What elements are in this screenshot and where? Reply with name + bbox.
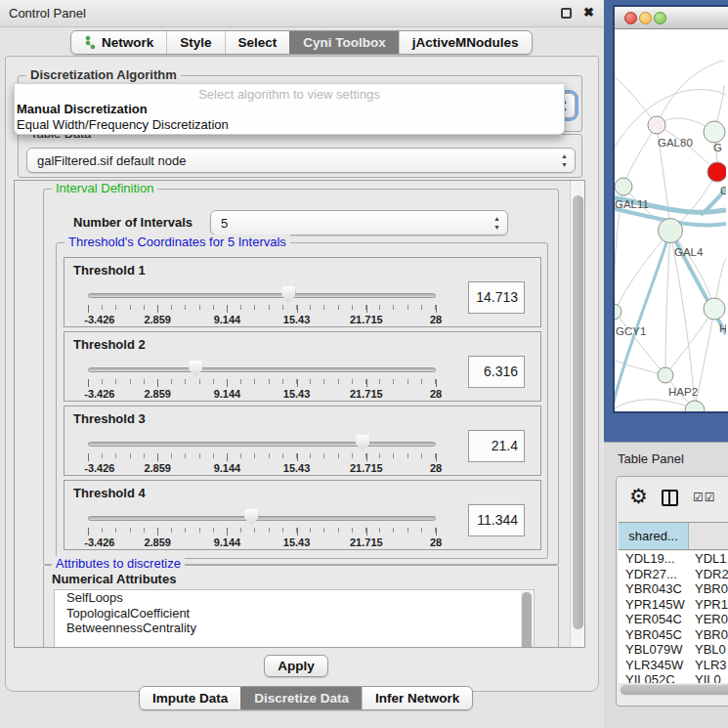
node-label: GAL4	[674, 246, 704, 258]
table-panel-title: Table Panel	[618, 451, 684, 466]
node-label: GAL11	[615, 198, 649, 210]
zoom-traffic-light[interactable]	[654, 12, 666, 24]
table-data-combobox[interactable]: galFiltered.sif default node ▲▼	[26, 148, 576, 173]
group-title: Threshold's Coordinates for 5 Intervals	[64, 235, 290, 249]
slider-thumb[interactable]	[189, 361, 202, 377]
threshold-value-field[interactable]: 14.713	[468, 281, 525, 314]
table-row[interactable]: YLR345WYLR3	[619, 658, 728, 673]
combo-arrows-icon: ▲▼	[493, 214, 500, 232]
threshold-3-slider[interactable]: -3.4262.8599.14415.4321.71528	[88, 432, 436, 475]
list-item[interactable]: SelfLoops	[55, 590, 534, 606]
columns-icon[interactable]	[662, 490, 678, 506]
tab-label: Impute Data	[152, 691, 228, 706]
top-tab-bar: Network Style Select Cyni Toolbox jActiv…	[70, 30, 533, 55]
gear-icon[interactable]: ⚙	[629, 485, 648, 508]
slider-tick-labels: -3.4262.8599.14415.4321.71528	[88, 388, 436, 400]
slider-track	[88, 442, 436, 447]
threshold-value-field[interactable]: 21.4	[468, 430, 525, 462]
threshold-4-slider[interactable]: -3.4262.8599.14415.4321.71528	[88, 506, 436, 549]
node-gal80[interactable]	[648, 116, 665, 134]
threshold-value-field[interactable]: 6.316	[468, 356, 525, 388]
slider-tick-labels: -3.4262.8599.14415.4321.71528	[88, 462, 436, 474]
close-traffic-light[interactable]	[624, 12, 637, 24]
threshold-1-slider[interactable]: -3.4262.8599.14415.4321.71528	[88, 283, 436, 326]
slider-track	[88, 516, 436, 521]
list-item[interactable]: BetweennessCentrality	[55, 621, 534, 636]
threshold-value-field[interactable]: 11.344	[468, 504, 525, 536]
threshold-4-panel: Threshold 4 -3.4262.8599.14415.4321.7152…	[64, 480, 541, 550]
tab-style[interactable]: Style	[166, 31, 224, 54]
apply-button[interactable]: Apply	[264, 655, 328, 677]
node-label: GCY1	[616, 325, 646, 337]
slider-ticks	[88, 379, 436, 387]
group-title: Attributes to discretize	[52, 556, 185, 571]
popup-item-equal-width-frequency[interactable]: Equal Width/Frequency Discretization	[15, 117, 564, 133]
table-row[interactable]: YPR145WYPR1	[619, 597, 728, 613]
float-window-icon[interactable]	[561, 8, 572, 19]
thresholds-group: Threshold's Coordinates for 5 Intervals …	[56, 242, 548, 559]
tab-cyni-toolbox[interactable]: Cyni Toolbox	[289, 31, 399, 54]
node-gcy1[interactable]	[615, 304, 621, 320]
table-row[interactable]: YBL079WYBL0	[619, 642, 728, 658]
slider-ticks	[88, 453, 436, 461]
table-row[interactable]: YER054CYER0	[619, 612, 728, 627]
table-row[interactable]: YIL052CYIL0	[619, 672, 728, 683]
horizontal-scrollbar[interactable]	[620, 684, 728, 696]
node-label: C	[720, 185, 726, 196]
tab-discretize-data[interactable]: Discretize Data	[240, 687, 362, 709]
tab-select[interactable]: Select	[225, 31, 290, 54]
select-columns-icon[interactable]: ☑☑	[693, 491, 716, 504]
node-gal4[interactable]	[659, 219, 683, 243]
group-title: Interval Definition	[52, 181, 157, 195]
network-icon	[84, 35, 97, 50]
table-row[interactable]: YBR045CYBR0	[619, 627, 728, 643]
tab-jactivemnodules[interactable]: jActiveMNodules	[399, 31, 532, 54]
minimize-traffic-light[interactable]	[639, 12, 652, 24]
slider-thumb[interactable]	[281, 286, 295, 303]
slider-track	[88, 367, 436, 372]
tab-network[interactable]: Network	[71, 31, 166, 54]
threshold-3-panel: Threshold 3 -3.4262.8599.14415.4321.7152…	[64, 406, 541, 476]
network-canvas[interactable]: GAL80 G C GAL11 GAL4 GCY1 H HAP2	[615, 29, 726, 411]
table-body: YDL19...YDL1 YDR27...YDR2 YBR043CYBR0 YP…	[619, 551, 728, 683]
group-title: Discretization Algorithm	[26, 67, 181, 82]
node-hap2[interactable]	[658, 367, 673, 383]
close-icon[interactable]: ✖	[583, 5, 594, 20]
number-of-intervals-spinner[interactable]: 5 ▲▼	[210, 210, 508, 236]
tab-label: jActiveMNodules	[412, 35, 519, 50]
table-row[interactable]: YDR27...YDR2	[619, 567, 728, 582]
numerical-attributes-list: SelfLoops TopologicalCoefficient Between…	[54, 589, 535, 648]
node-label: GAL80	[658, 137, 693, 149]
column-header-name[interactable]: n	[689, 523, 728, 549]
threshold-label: Threshold 1	[73, 263, 146, 278]
tab-label: Network	[102, 35, 153, 50]
control-panel-titlebar: Control Panel ✖	[0, 0, 604, 27]
slider-tick-labels: -3.4262.8599.14415.4321.71528	[88, 536, 436, 548]
numerical-attributes-label: Numerical Attributes	[52, 572, 176, 586]
node-red-selected[interactable]	[707, 162, 726, 182]
table-row[interactable]: YDL19...YDL1	[619, 551, 728, 567]
slider-thumb[interactable]	[244, 509, 258, 526]
window-title: Control Panel	[9, 6, 86, 21]
tab-infer-network[interactable]: Infer Network	[362, 687, 472, 709]
slider-thumb[interactable]	[356, 435, 369, 451]
combo-arrows-icon: ▲▼	[561, 151, 568, 169]
interval-definition-group: Interval Definition Number of Intervals …	[43, 189, 559, 566]
attributes-group: Attributes to discretize Numerical Attri…	[43, 564, 559, 648]
column-header-shared-name[interactable]: shared...	[619, 523, 689, 549]
list-item[interactable]: TopologicalCoefficient	[55, 606, 534, 621]
popup-item-manual-discretization[interactable]: Manual Discretization	[15, 102, 564, 117]
node-gal11[interactable]	[615, 178, 632, 195]
table-header: shared... n	[619, 522, 728, 550]
threshold-2-slider[interactable]: -3.4262.8599.14415.4321.71528	[88, 358, 436, 401]
list-scrollbar[interactable]	[521, 591, 533, 648]
cytoscape-desktop: GAL80 G C GAL11 GAL4 GCY1 H HAP2	[604, 0, 728, 442]
node-h[interactable]	[704, 298, 725, 320]
table-row[interactable]: YBR043CYBR0	[619, 581, 728, 597]
node-partial-top[interactable]	[704, 121, 725, 143]
panel-scrollbar[interactable]	[570, 181, 584, 647]
popup-placeholder: Select algorithm to view settings	[15, 84, 564, 102]
tab-impute-data[interactable]: Impute Data	[140, 687, 240, 709]
slider-ticks	[88, 528, 436, 535]
network-window-titlebar[interactable]	[615, 7, 728, 29]
